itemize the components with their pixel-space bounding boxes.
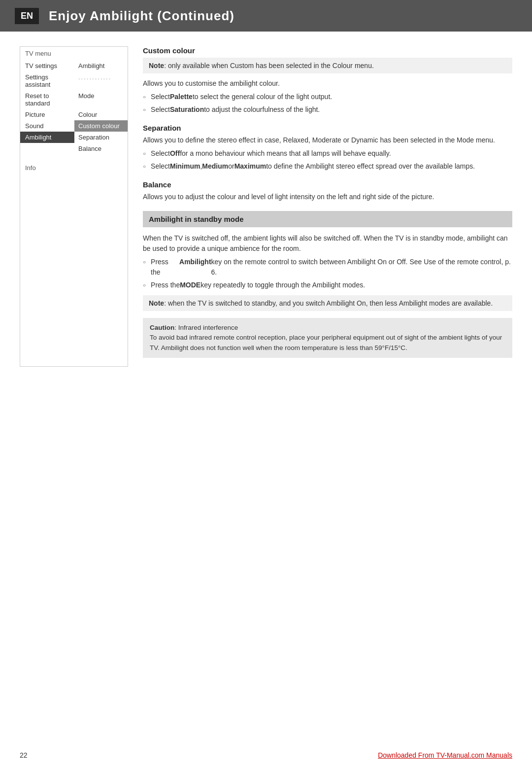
tv-menu-value-separation: Separation (74, 132, 128, 143)
tv-menu-title: TV menu (20, 47, 128, 60)
caution-box: Caution: Infrared interference To avoid … (143, 318, 512, 358)
bullet-item: Select Off for a mono behaviour which me… (143, 148, 512, 159)
note-text: : only available when Custom has been se… (164, 62, 374, 70)
bullet-item: Select Palette to select the general col… (143, 92, 512, 102)
separation-para: Allows you to define the stereo effect i… (143, 135, 512, 145)
custom-colour-note: Note: only available when Custom has bee… (143, 58, 512, 73)
tv-menu-label-picture: Picture (20, 109, 74, 120)
tv-menu-row-4: Picture Colour (20, 109, 128, 120)
language-badge: EN (15, 8, 39, 24)
tv-menu-value-mode: Mode (74, 90, 128, 109)
balance-para: Allows you to adjust the colour and leve… (143, 192, 512, 202)
standby-para1: When the TV is switched off, the ambient… (143, 233, 512, 254)
balance-heading: Balance (143, 180, 512, 189)
page-title: Enjoy Ambilight (Continued) (49, 8, 234, 24)
main-content: TV menu TV settings Ambilight Settings a… (0, 32, 532, 367)
tv-menu-row-7: Balance (20, 143, 128, 154)
tv-menu-label-empty (20, 143, 74, 154)
tv-menu-value-dots: ............ (74, 71, 128, 90)
tv-menu-label-reset: Reset to standard (20, 90, 74, 109)
bullet-item: Press the Ambilight key on the remote co… (143, 257, 512, 278)
tv-menu-row-3: Reset to standard Mode (20, 90, 128, 109)
tv-menu-label-ambilight: Ambilight (20, 132, 74, 143)
separation-section: Separation Allows you to define the ster… (143, 124, 512, 172)
tv-menu-row-6: Ambilight Separation (20, 132, 128, 143)
bullet-item: Select Saturation to adjust the colourfu… (143, 105, 512, 115)
custom-colour-para: Allows you to customise the ambilight co… (143, 78, 512, 89)
content-area: Custom colour Note: only available when … (143, 46, 512, 367)
note-label: Note (149, 62, 164, 70)
standby-note: Note: when the TV is switched to standby… (143, 295, 512, 311)
tv-menu-value-balance: Balance (74, 143, 128, 154)
tv-menu-spacer (20, 154, 128, 161)
caution-title: : Infrared interference (174, 324, 238, 331)
caution-label: Caution (150, 324, 174, 331)
tv-menu-label-settings-assistant: Settings assistant (20, 71, 74, 90)
caution-text: To avoid bad infrared remote control rec… (150, 334, 502, 351)
page-number: 22 (20, 751, 28, 759)
bullet-item: Select Minimum, Medium or Maximum to def… (143, 161, 512, 172)
standby-note-text: : when the TV is switched to standby, an… (164, 299, 493, 307)
footer-link[interactable]: Downloaded From TV-Manual.com Manuals (378, 751, 512, 759)
standby-section: Ambilight in standby mode When the TV is… (143, 211, 512, 358)
tv-menu-row-1: TV settings Ambilight (20, 60, 128, 71)
separation-bullets: Select Off for a mono behaviour which me… (143, 148, 512, 172)
tv-menu-info: Info (20, 161, 128, 175)
bullet-item: Press the MODE key repeatedly to toggle … (143, 280, 512, 290)
tv-menu-label-tv-settings: TV settings (20, 60, 74, 71)
page-footer: 22 Downloaded From TV-Manual.com Manuals (0, 751, 532, 759)
tv-menu-label-sound: Sound (20, 120, 74, 132)
standby-note-label: Note (149, 299, 164, 307)
balance-section: Balance Allows you to adjust the colour … (143, 180, 512, 202)
custom-colour-bullets: Select Palette to select the general col… (143, 92, 512, 115)
page-header: EN Enjoy Ambilight (Continued) (0, 0, 532, 32)
separation-heading: Separation (143, 124, 512, 132)
tv-menu-panel: TV menu TV settings Ambilight Settings a… (20, 46, 128, 367)
tv-menu-row-5: Sound Custom colour (20, 120, 128, 132)
standby-bullets: Press the Ambilight key on the remote co… (143, 257, 512, 290)
custom-colour-section: Custom colour Note: only available when … (143, 46, 512, 115)
tv-menu-row-2: Settings assistant ............ (20, 71, 128, 90)
standby-heading: Ambilight in standby mode (143, 211, 512, 227)
tv-menu-value-colour: Colour (74, 109, 128, 120)
tv-menu-spacer-2 (20, 175, 128, 181)
tv-menu-value-custom-colour: Custom colour (74, 120, 128, 132)
tv-menu-value-ambilight: Ambilight (74, 60, 128, 71)
custom-colour-heading: Custom colour (143, 46, 512, 55)
